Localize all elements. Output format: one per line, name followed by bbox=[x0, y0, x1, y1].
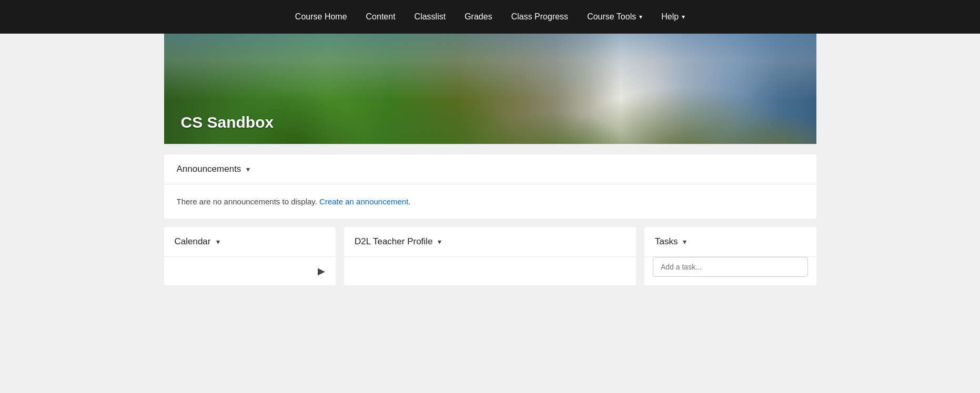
nav-classlist[interactable]: Classlist bbox=[407, 8, 453, 26]
announcements-chevron-icon: ▾ bbox=[246, 165, 250, 173]
create-announcement-link[interactable]: Create an announcement. bbox=[319, 197, 410, 206]
d2l-teacher-profile-title: D2L Teacher Profile bbox=[355, 236, 432, 247]
nav-class-progress[interactable]: Class Progress bbox=[504, 8, 575, 26]
nav-help[interactable]: Help ▾ bbox=[654, 8, 692, 26]
help-chevron-icon: ▾ bbox=[682, 13, 685, 20]
announcements-header[interactable]: Announcements ▾ bbox=[164, 154, 816, 184]
d2l-teacher-profile-header[interactable]: D2L Teacher Profile ▾ bbox=[344, 227, 636, 257]
nav-course-tools[interactable]: Course Tools ▾ bbox=[580, 8, 650, 26]
add-task-input[interactable] bbox=[653, 257, 808, 277]
calendar-widget: Calendar ▾ ▶ bbox=[164, 227, 336, 285]
d2l-teacher-profile-widget: D2L Teacher Profile ▾ bbox=[344, 227, 636, 285]
tasks-title: Tasks bbox=[655, 236, 678, 247]
tasks-chevron-icon: ▾ bbox=[683, 237, 686, 246]
calendar-arrow-icon[interactable]: ▶ bbox=[318, 265, 325, 277]
calendar-body: ▶ bbox=[164, 257, 336, 285]
announcements-body: There are no announcements to display. C… bbox=[164, 184, 816, 219]
hero-banner: CS Sandbox bbox=[164, 34, 816, 144]
tasks-widget: Tasks ▾ bbox=[644, 227, 816, 285]
calendar-title: Calendar bbox=[175, 236, 211, 247]
bottom-row: Calendar ▾ ▶ D2L Teacher Profile ▾ Tasks… bbox=[164, 227, 816, 285]
calendar-chevron-icon: ▾ bbox=[216, 237, 220, 246]
calendar-header[interactable]: Calendar ▾ bbox=[164, 227, 336, 257]
top-nav: Course Home Content Classlist Grades Cla… bbox=[0, 0, 980, 34]
page-body: Announcements ▾ There are no announcemen… bbox=[164, 144, 816, 296]
announcements-empty-text: There are no announcements to display. C… bbox=[177, 197, 804, 206]
course-title: CS Sandbox bbox=[181, 113, 274, 131]
d2l-teacher-profile-chevron-icon: ▾ bbox=[438, 237, 441, 246]
nav-grades[interactable]: Grades bbox=[457, 8, 499, 26]
course-tools-chevron-icon: ▾ bbox=[639, 13, 642, 20]
main-content: CS Sandbox Announcements ▾ There are no … bbox=[0, 34, 980, 393]
tasks-header[interactable]: Tasks ▾ bbox=[644, 227, 816, 257]
announcements-title: Announcements bbox=[177, 164, 241, 174]
announcements-widget: Announcements ▾ There are no announcemen… bbox=[164, 154, 816, 219]
nav-course-home[interactable]: Course Home bbox=[288, 8, 355, 26]
nav-content[interactable]: Content bbox=[359, 8, 403, 26]
